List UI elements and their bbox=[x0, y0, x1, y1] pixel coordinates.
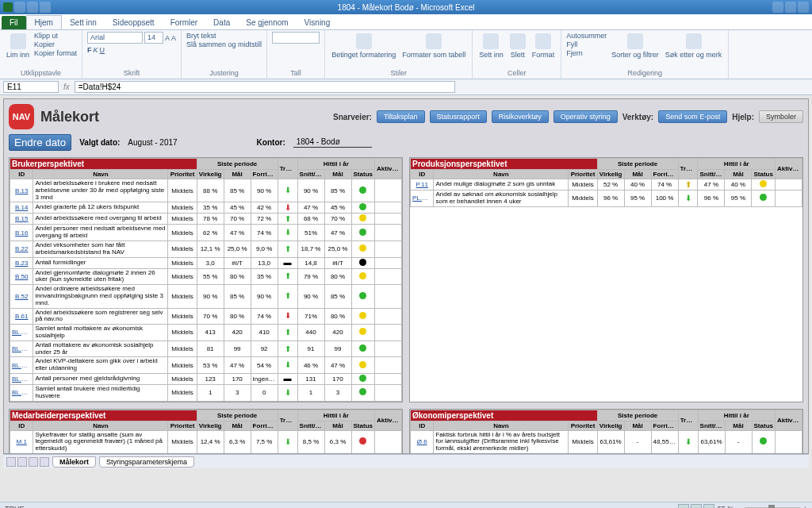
view-pagebreak-icon[interactable] bbox=[703, 504, 714, 509]
row-priority: Middels bbox=[168, 384, 197, 401]
format-painter-button[interactable]: Kopier format bbox=[34, 49, 77, 57]
ribbon-group-editing: Autosummer Fyll Fjern Sorter og filtrer … bbox=[561, 30, 729, 79]
find-select-button[interactable]: Søk etter og merk bbox=[664, 32, 724, 60]
row-mal: 70 % bbox=[224, 214, 251, 225]
fill-button[interactable]: Fyll bbox=[566, 40, 607, 48]
row-id-link[interactable]: B.15 bbox=[10, 214, 33, 225]
sheet-nav-first-icon[interactable] bbox=[6, 457, 16, 467]
cut-button[interactable]: Klipp ut bbox=[34, 32, 77, 40]
row-priority: Middels bbox=[168, 308, 197, 325]
format-as-table-button[interactable]: Formater som tabell bbox=[400, 32, 467, 60]
decrease-font-icon[interactable]: A bbox=[171, 34, 176, 42]
row-status bbox=[351, 179, 374, 202]
font-name-select[interactable]: Arial bbox=[87, 32, 143, 44]
row-id-link[interactable]: BL.153 bbox=[10, 341, 33, 357]
insert-cells-button[interactable]: Sett inn bbox=[477, 32, 505, 60]
row-virkelig: 70 % bbox=[197, 308, 224, 325]
sort-icon bbox=[627, 33, 643, 49]
ribbon-tab-fil[interactable]: Fil bbox=[2, 16, 26, 29]
row-id-link[interactable]: Ø.6 bbox=[411, 430, 434, 453]
row-id-link[interactable]: P.11 bbox=[411, 179, 434, 190]
wrap-text-button[interactable]: Bryt tekst bbox=[186, 32, 262, 40]
italic-button[interactable]: K bbox=[94, 46, 98, 54]
sheet-tab-styringsparameterskjema[interactable]: Styringsparameterskjema bbox=[99, 456, 194, 468]
qat-save-icon[interactable] bbox=[14, 2, 25, 13]
row-trend: ⬆ bbox=[278, 325, 297, 341]
ribbon-tab-segjennom[interactable]: Se gjennom bbox=[238, 16, 296, 29]
copy-button[interactable]: Kopier bbox=[34, 40, 77, 48]
sort-filter-button[interactable]: Sorter og filtrer bbox=[610, 32, 661, 60]
restore-icon[interactable] bbox=[785, 2, 796, 13]
symboler-button[interactable]: Symboler bbox=[759, 110, 803, 123]
row-id-link[interactable]: B.22 bbox=[10, 241, 33, 257]
format-cells-button[interactable]: Format bbox=[530, 32, 557, 60]
qat-redo-icon[interactable] bbox=[40, 2, 51, 13]
paste-icon bbox=[10, 33, 26, 49]
row-id-link[interactable]: BL.202 bbox=[10, 357, 33, 374]
send-epost-button[interactable]: Send som E-post bbox=[658, 110, 727, 123]
risikoverktoy-button[interactable]: Risikoverktøy bbox=[492, 110, 549, 123]
sheet-nav-prev-icon[interactable] bbox=[17, 457, 27, 467]
formula-input[interactable]: =Data!H$24 bbox=[75, 81, 455, 93]
paste-button[interactable]: Lim inn bbox=[5, 32, 31, 60]
row-id-link[interactable]: B.61 bbox=[10, 308, 33, 325]
zoom-out-button[interactable]: − bbox=[737, 505, 741, 509]
row-priority: Middels bbox=[168, 179, 197, 202]
row-id-link[interactable]: B.23 bbox=[10, 257, 33, 268]
row-id-link[interactable]: BL.404 bbox=[10, 384, 33, 401]
delete-cells-button[interactable]: Slett bbox=[508, 32, 527, 60]
row-id-link[interactable]: B.52 bbox=[10, 285, 33, 308]
zoom-in-button[interactable]: + bbox=[803, 505, 807, 509]
underline-button[interactable]: U bbox=[100, 46, 105, 54]
row-id-link[interactable]: PL.103 bbox=[411, 190, 434, 207]
ribbon-tab-sideoppsett[interactable]: Sideoppsett bbox=[105, 16, 163, 29]
ribbon-tab-formler[interactable]: Formler bbox=[163, 16, 205, 29]
ribbon-group-styles: Betinget formatering Formater som tabell… bbox=[325, 30, 473, 79]
sheet-tab-malekort[interactable]: Målekort bbox=[52, 456, 96, 468]
valgt-dato-label: Valgt dato: bbox=[79, 138, 120, 147]
kontor-value[interactable]: 1804 - Bodø bbox=[293, 137, 372, 148]
row-id-link[interactable]: B.16 bbox=[10, 225, 33, 241]
row-aktive bbox=[375, 268, 402, 285]
merge-center-button[interactable]: Slå sammen og midtstill bbox=[186, 40, 262, 48]
row-id-link[interactable]: B.14 bbox=[10, 202, 33, 214]
endre-dato-button[interactable]: Endre dato bbox=[9, 134, 71, 151]
clear-button[interactable]: Fjern bbox=[566, 49, 607, 57]
row-id-link[interactable]: BL.151 bbox=[10, 325, 33, 341]
number-format-select[interactable] bbox=[272, 32, 320, 44]
row-aktive bbox=[375, 214, 402, 225]
row-forrige: 54 % bbox=[251, 357, 278, 374]
row-id-link[interactable]: BL.301 bbox=[10, 373, 33, 384]
row-id-link[interactable]: B.13 bbox=[10, 179, 33, 202]
snarveier-label: Snarveier: bbox=[333, 113, 372, 121]
ribbon-tab-hjem[interactable]: Hjem bbox=[26, 15, 62, 29]
sheet-nav-last-icon[interactable] bbox=[40, 457, 49, 467]
tiltaksplan-button[interactable]: Tiltaksplan bbox=[377, 110, 425, 123]
ribbon-tab-visning[interactable]: Visning bbox=[297, 16, 339, 29]
row-mal: 45 % bbox=[224, 202, 251, 214]
bold-button[interactable]: F bbox=[87, 46, 92, 54]
view-layout-icon[interactable] bbox=[691, 504, 702, 509]
statusrapport-button[interactable]: Statusrapport bbox=[430, 110, 487, 123]
row-status bbox=[351, 373, 374, 384]
close-icon[interactable] bbox=[798, 2, 809, 13]
name-box[interactable]: E11 bbox=[3, 81, 59, 93]
conditional-formatting-button[interactable]: Betinget formatering bbox=[330, 32, 397, 60]
ribbon-tab-settinn[interactable]: Sett inn bbox=[62, 16, 105, 29]
view-normal-icon[interactable] bbox=[678, 504, 689, 509]
qat-undo-icon[interactable] bbox=[27, 2, 38, 13]
fx-icon[interactable]: fx bbox=[63, 83, 70, 91]
row-mal: #I/T bbox=[224, 257, 251, 268]
row-mal: 80 % bbox=[224, 268, 251, 285]
increase-font-icon[interactable]: A bbox=[165, 34, 170, 42]
row-id-link[interactable]: B.50 bbox=[10, 268, 33, 285]
autosum-button[interactable]: Autosummer bbox=[566, 32, 607, 40]
sheet-nav-next-icon[interactable] bbox=[29, 457, 38, 467]
minimize-icon[interactable] bbox=[772, 2, 783, 13]
ribbon-tab-data[interactable]: Data bbox=[205, 16, 238, 29]
row-mal: 6,3 % bbox=[224, 430, 251, 453]
row-id-link[interactable]: M.1 bbox=[10, 430, 33, 453]
row-forrige: 9,0 % bbox=[251, 241, 278, 257]
font-size-select[interactable]: 14 bbox=[144, 32, 163, 44]
operativ-styring-button[interactable]: Operativ styring bbox=[553, 110, 618, 123]
